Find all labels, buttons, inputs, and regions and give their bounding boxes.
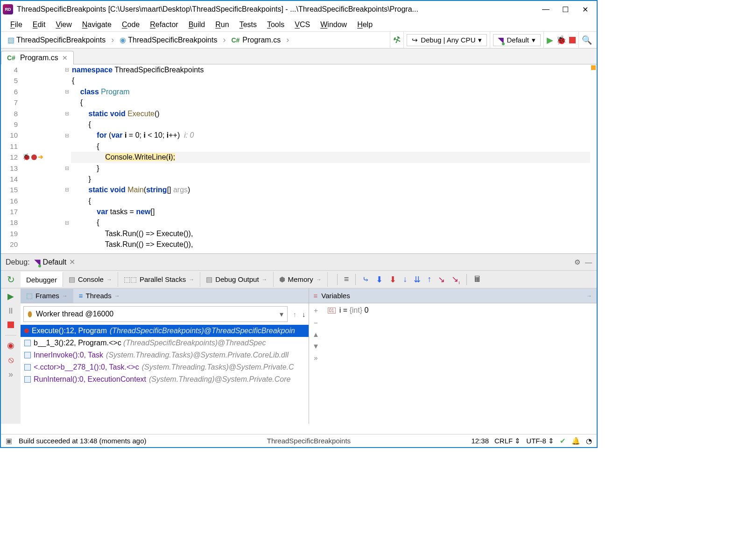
titlebar: RD ThreadSpecificBreakpoints [C:\Users\m…: [1, 1, 597, 18]
window-title: ThreadSpecificBreakpoints [C:\Users\maar…: [17, 5, 536, 14]
stop-debug-button[interactable]: [7, 321, 14, 330]
smart-step-icon[interactable]: ⇊: [414, 274, 421, 285]
inspection-ok-icon[interactable]: ✔: [560, 437, 566, 445]
menu-build[interactable]: Build: [184, 20, 210, 30]
menu-file[interactable]: File: [6, 20, 27, 30]
move-down-icon[interactable]: ▼: [312, 342, 319, 350]
debug-tab-parallel-stacks[interactable]: ⬚⬚ Parallel Stacks →: [118, 272, 200, 287]
menu-view[interactable]: View: [51, 20, 76, 30]
line-ending-selector[interactable]: CRLF ⇕: [494, 437, 521, 445]
mute-breakpoints-icon[interactable]: ⦸: [8, 355, 14, 365]
menu-refactor[interactable]: Refactor: [145, 20, 183, 30]
threads-tab[interactable]: ≡Threads→: [73, 289, 126, 302]
menu-vcs[interactable]: VCS: [290, 20, 315, 30]
remove-watch-icon[interactable]: −: [314, 319, 318, 327]
debug-tab-memory[interactable]: ⬢ Memory →: [274, 272, 328, 287]
chevron-right-icon: ›: [110, 35, 115, 45]
chevron-right-icon: ›: [285, 35, 290, 45]
code-editor[interactable]: 4567891011121314151617181920 🐞➜ ⊟⊟⊟⊟⊟⊟⊟ …: [1, 64, 597, 254]
stop-button[interactable]: [569, 37, 576, 43]
debug-toolwindow-header: Debug: ◥Default✕ ⚙ —: [1, 254, 597, 271]
debug-body: ▶ ⏸ ◉ ⦸ » ⬚Frames→ ≡Threads→ ⬮ Worker th…: [1, 288, 597, 424]
stack-frame[interactable]: InnerInvoke():0, Task (System.Threading.…: [21, 349, 309, 361]
dock-icon[interactable]: →: [586, 293, 592, 299]
breadcrumb-0[interactable]: ▧ThreadSpecificBreakpoints: [3, 32, 110, 48]
frames-tab[interactable]: ⬚Frames→: [21, 289, 73, 303]
maximize-button[interactable]: ☐: [556, 2, 575, 16]
overview-ruler[interactable]: [590, 64, 597, 253]
menu-run[interactable]: Run: [211, 20, 233, 30]
view-breakpoints-icon[interactable]: ◉: [7, 340, 14, 350]
navigation-toolbar: ▧ThreadSpecificBreakpoints › ◉ThreadSpec…: [1, 32, 597, 49]
add-watch-icon[interactable]: ＋: [312, 306, 319, 315]
menu-window[interactable]: Window: [316, 20, 352, 30]
prev-frame-icon[interactable]: ↑: [290, 310, 300, 318]
breadcrumb-1[interactable]: ◉ThreadSpecificBreakpoints: [115, 32, 222, 48]
step-up-icon[interactable]: ↑: [427, 274, 431, 284]
thread-selector[interactable]: ⬮ Worker thread @16000 ▾: [23, 306, 288, 322]
debug-tab-debugger[interactable]: Debugger: [21, 272, 63, 287]
debug-button[interactable]: 🐞: [556, 35, 566, 45]
notifications-icon[interactable]: 🔔: [571, 437, 580, 445]
step-into-icon[interactable]: ⬇: [376, 274, 383, 285]
hammer-build-icon[interactable]: ⚒: [392, 34, 402, 46]
step-over-icon[interactable]: ⤷: [362, 274, 369, 285]
resume-button[interactable]: ▶: [7, 291, 14, 301]
statusbar: ▣ Build succeeded at 13:48 (moments ago)…: [1, 434, 597, 447]
menu-code[interactable]: Code: [117, 20, 144, 30]
next-frame-icon[interactable]: ↓: [299, 310, 309, 318]
debug-tab-debug-output[interactable]: ▤ Debug Output →: [200, 272, 273, 287]
evaluate-icon[interactable]: 🖩: [473, 274, 482, 284]
stack-frame[interactable]: b__1_3():22, Program.<>c (ThreadSpecific…: [21, 337, 309, 349]
breakpoint-marker[interactable]: 🐞➜: [21, 152, 63, 162]
close-tab-icon[interactable]: ✕: [62, 54, 68, 62]
run-to-cursor-icon[interactable]: ↘: [438, 274, 445, 285]
gear-settings-icon[interactable]: ⚙: [574, 258, 580, 266]
pause-button[interactable]: ⏸: [7, 306, 15, 316]
run-button[interactable]: ▶: [547, 35, 553, 45]
step-out-icon[interactable]: ↓: [403, 274, 407, 284]
build-config-dropdown[interactable]: ↪Debug | Any CPU▾: [407, 34, 487, 46]
app-icon: RD: [3, 4, 13, 14]
variables-pane: ≡ Variables → ＋ − ▲ ▼ » 01 i = {int} 0: [309, 288, 597, 424]
frames-pane: ⬚Frames→ ≡Threads→ ⬮ Worker thread @1600…: [21, 288, 309, 424]
menu-edit[interactable]: Edit: [28, 20, 50, 30]
more-icon[interactable]: »: [8, 370, 13, 379]
breadcrumb-2[interactable]: C#Program.cs: [226, 32, 285, 48]
chevron-right-icon: ›: [222, 35, 226, 45]
menu-tests[interactable]: Tests: [235, 20, 261, 30]
minimize-button[interactable]: —: [536, 2, 556, 16]
menu-help[interactable]: Help: [352, 20, 377, 30]
debug-run-config[interactable]: ◥Default✕: [35, 258, 76, 266]
editor-tab-program[interactable]: C# Program.cs ✕: [1, 51, 74, 64]
force-step-into-icon[interactable]: ⬇: [389, 274, 396, 285]
encoding-selector[interactable]: UTF-8 ⇕: [526, 437, 554, 445]
run-config-dropdown[interactable]: ◥Default▾: [493, 34, 541, 46]
stack-frame[interactable]: RunInternal():0, ExecutionContext (Syste…: [21, 373, 309, 385]
warning-marker[interactable]: [591, 65, 596, 70]
chevron-down-icon: ▾: [532, 36, 536, 44]
menu-tools[interactable]: Tools: [262, 20, 289, 30]
debug-tab-console[interactable]: ▤ Console →: [63, 272, 118, 287]
variable-row[interactable]: 01 i = {int} 0: [323, 303, 597, 317]
time-indicator: 12:38: [471, 437, 489, 445]
search-icon[interactable]: 🔍: [582, 35, 592, 45]
move-up-icon[interactable]: ▲: [312, 330, 319, 338]
force-run-to-cursor-icon[interactable]: ↘I: [451, 274, 460, 285]
feedback-icon[interactable]: ◔: [586, 437, 592, 445]
more-vars-icon[interactable]: »: [314, 354, 317, 362]
rerun-button[interactable]: ↻: [1, 271, 21, 288]
variables-label: Variables: [321, 292, 350, 300]
chevron-down-icon: ▾: [280, 310, 283, 319]
debug-left-controls: ▶ ⏸ ◉ ⦸ »: [1, 288, 21, 424]
build-status: Build succeeded at 13:48 (moments ago): [19, 437, 147, 445]
toolwindows-icon[interactable]: ▣: [6, 437, 12, 445]
close-button[interactable]: ✕: [575, 2, 595, 16]
stack-frame[interactable]: Execute():12, Program (ThreadSpecificBre…: [21, 325, 309, 337]
status-context: ThreadSpecificBreakpoints: [153, 437, 465, 445]
menu-navigate[interactable]: Navigate: [78, 20, 116, 30]
show-execution-point-icon[interactable]: ≡: [344, 274, 349, 284]
chevron-down-icon: ▾: [478, 36, 482, 44]
minimize-panel-button[interactable]: —: [585, 258, 592, 266]
stack-frame[interactable]: <.cctor>b__278_1():0, Task.<>c (System.T…: [21, 361, 309, 373]
